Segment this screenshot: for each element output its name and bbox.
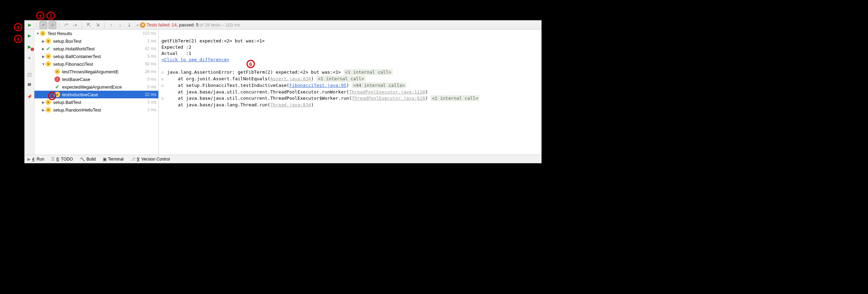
summary-chevron-icon: » bbox=[136, 22, 139, 27]
stack-link[interactable]: ThreadPoolExecutor.java:628 bbox=[352, 96, 425, 101]
console-line: at java.base/java.util.concurrent.Thread… bbox=[167, 96, 352, 101]
ide-window: ▶ ✔ ⊘ ↓ᵃᶻ ↓≡ ⇱ ⇲ ↑ ↓ ⤓ » ✕ Tests failed:… bbox=[24, 20, 542, 163]
sort-alpha-icon[interactable]: ↓ᵃᶻ bbox=[62, 21, 70, 29]
failed-count: Tests failed: 14, bbox=[147, 22, 178, 27]
tree-label: testInductiveCase bbox=[62, 92, 145, 97]
internal-calls-badge[interactable]: <1 internal call> bbox=[316, 76, 365, 82]
tree-timing: 0 ms bbox=[147, 77, 156, 82]
fold-icon[interactable]: ⊟ bbox=[161, 70, 166, 76]
console-line: Expected :2 bbox=[161, 44, 191, 50]
expand-arrow-icon[interactable]: ▶ bbox=[41, 39, 45, 43]
show-passed-icon[interactable]: ✔ bbox=[40, 21, 47, 29]
tree-row[interactable]: ▼✕setup.FibonacciTest50 ms bbox=[34, 60, 158, 68]
sort-duration-icon[interactable]: ↓≡ bbox=[71, 21, 79, 29]
tree-row[interactable]: ✕testThrowsIllegalArgumentE28 ms bbox=[34, 68, 158, 75]
tree-label: testThrowsIllegalArgumentE bbox=[62, 69, 145, 74]
rerun-icon[interactable]: ▶ bbox=[26, 32, 33, 39]
separator bbox=[104, 22, 105, 28]
vcs-tool-tab[interactable]: ⎇9: Version Control bbox=[131, 157, 170, 162]
next-failed-icon[interactable]: ↓ bbox=[116, 21, 124, 29]
status-fail-icon: ✕ bbox=[45, 107, 51, 113]
console-line: java.lang.AssertionError: getFibTerm(2) … bbox=[167, 70, 341, 75]
stack-link[interactable]: Assert.java:834 bbox=[270, 76, 311, 81]
status-fail-icon: ✕ bbox=[55, 69, 60, 74]
tree-row[interactable]: ✔expectedIllegalArgumentExce0 ms bbox=[34, 83, 158, 91]
test-toolbar: ▶ ✔ ⊘ ↓ᵃᶻ ↓≡ ⇱ ⇲ ↑ ↓ ⤓ » ✕ Tests failed:… bbox=[25, 21, 541, 30]
ide-body: ▶ ▶ ! ■ ◫ ▀ 📌 ▼ ✕ Test Results 103 ms ▶✕… bbox=[25, 30, 541, 155]
tree-timing: 0 ms bbox=[147, 84, 156, 89]
status-error-icon: ! bbox=[55, 76, 60, 82]
tree-timing: 1 ms bbox=[147, 39, 156, 43]
callout-1: 1 bbox=[36, 11, 44, 20]
separator bbox=[36, 22, 37, 28]
tree-timing: 2 ms bbox=[147, 107, 156, 112]
tree-label: setup.BoxTest bbox=[53, 39, 147, 44]
pin-icon[interactable]: 📌 bbox=[26, 93, 33, 100]
console-line: at org.junit.Assert.failNotEquals( bbox=[167, 76, 270, 81]
splitter-icon[interactable]: ▀ bbox=[26, 82, 33, 89]
tree-timing: 3 ms bbox=[147, 100, 156, 105]
tree-row[interactable]: ▶✔setup.HolaWorldTest42 ms bbox=[34, 45, 158, 52]
tree-label: setup.FibonacciTest bbox=[53, 62, 145, 67]
console-line: at setup.FibonacciTest.testInductiveCase… bbox=[167, 83, 289, 88]
tree-timing: 22 ms bbox=[145, 92, 156, 97]
expand-arrow-icon[interactable]: ▼ bbox=[36, 32, 40, 35]
list-icon: ☰ bbox=[51, 157, 55, 162]
todo-tool-tab[interactable]: ☰6: TODO bbox=[51, 157, 73, 162]
tree-timing: 28 ms bbox=[145, 69, 156, 74]
tree-timing: 5 ms bbox=[147, 54, 156, 59]
status-fail-icon: ✕ bbox=[45, 99, 51, 105]
status-bar: ▶4: Run ☰6: TODO 🔨Build ▣Terminal ⎇9: Ve… bbox=[25, 155, 541, 163]
play-icon: ▶ bbox=[27, 157, 31, 162]
fold-icon[interactable]: ⊞ bbox=[161, 96, 166, 102]
status-fail-icon: ✕ bbox=[45, 61, 51, 67]
prev-failed-icon[interactable]: ↑ bbox=[107, 21, 115, 29]
left-rail: ▶ ▶ ! ■ ◫ ▀ 📌 bbox=[25, 30, 34, 155]
tree-root[interactable]: ▼ ✕ Test Results 103 ms bbox=[34, 30, 158, 37]
fold-icon[interactable]: ⊞ bbox=[161, 76, 166, 82]
stack-link[interactable]: FibonacciTest.java:95 bbox=[289, 83, 346, 88]
rerun-failed-icon[interactable]: ▶ ! bbox=[26, 43, 33, 50]
stop-icon[interactable]: ■ bbox=[26, 54, 33, 62]
expand-arrow-icon[interactable]: ▶ bbox=[41, 47, 45, 51]
terminal-icon: ▣ bbox=[103, 157, 107, 162]
export-results-icon[interactable]: ⤓ bbox=[125, 21, 133, 29]
status-pass-icon: ✔ bbox=[45, 46, 51, 51]
show-ignored-icon[interactable]: ⊘ bbox=[49, 21, 56, 29]
console-line: at java.base/java.util.concurrent.Thread… bbox=[167, 89, 349, 95]
run-tests-icon[interactable]: ▶ bbox=[26, 21, 34, 29]
stack-link[interactable]: Thread.java:834 bbox=[270, 102, 311, 107]
collapse-all-icon[interactable]: ⇲ bbox=[94, 21, 101, 29]
expand-arrow-icon[interactable]: ▼ bbox=[41, 62, 45, 66]
layout-icon[interactable]: ◫ bbox=[26, 71, 33, 78]
tree-row[interactable]: ▶✕setup.BoxTest1 ms bbox=[34, 37, 158, 45]
tree-row[interactable]: ▶✕setup.BallContainerTest5 ms bbox=[34, 52, 158, 60]
build-tool-tab[interactable]: 🔨Build bbox=[80, 157, 96, 162]
callout-5: 5 bbox=[48, 92, 56, 100]
total-count: of 19 tests – 103 ms bbox=[200, 22, 240, 27]
run-tool-tab[interactable]: ▶4: Run bbox=[27, 157, 44, 162]
callout-3: 3 bbox=[14, 23, 22, 31]
separator bbox=[59, 22, 59, 28]
stack-link[interactable]: ThreadPoolExecutor.java:1128 bbox=[349, 89, 425, 95]
status-fail-icon: ✕ bbox=[45, 54, 51, 59]
expand-arrow-icon[interactable]: ▶ bbox=[41, 55, 45, 58]
fold-icon[interactable]: ⊞ bbox=[161, 83, 166, 89]
see-difference-link[interactable]: <Click to see difference> bbox=[161, 57, 229, 62]
tree-row[interactable]: !testBaseCase0 ms bbox=[34, 75, 158, 83]
expand-all-icon[interactable]: ⇱ bbox=[85, 21, 92, 29]
console-output[interactable]: getFibTerm(2) expected:<2> but was:<1> E… bbox=[159, 30, 541, 155]
status-fail-icon: ✕ bbox=[40, 31, 45, 36]
internal-calls-badge[interactable]: <44 internal calls> bbox=[352, 82, 406, 88]
console-line: getFibTerm(2) expected:<2> but was:<1> bbox=[161, 38, 265, 43]
internal-calls-badge[interactable]: <1 internal call> bbox=[344, 69, 393, 75]
tree-row[interactable]: ▶✕setup.RandomHelloTest2 ms bbox=[34, 106, 158, 114]
internal-calls-badge[interactable]: <1 internal call> bbox=[431, 95, 479, 101]
expand-arrow-icon[interactable]: ▶ bbox=[41, 100, 45, 104]
expand-arrow-icon[interactable]: ▶ bbox=[41, 108, 45, 112]
tree-timing: 50 ms bbox=[145, 62, 156, 66]
terminal-tool-tab[interactable]: ▣Terminal bbox=[103, 157, 124, 162]
tree-label: setup.BallContainerTest bbox=[53, 54, 147, 59]
tree-label: setup.HolaWorldTest bbox=[53, 46, 145, 51]
hammer-icon: 🔨 bbox=[80, 157, 85, 162]
